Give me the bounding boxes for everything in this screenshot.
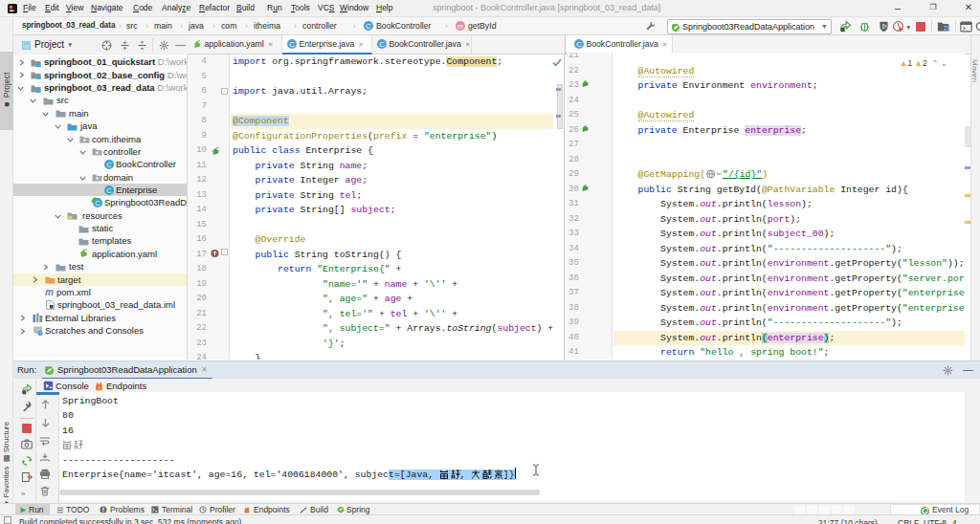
svg-text:C: C (576, 40, 582, 49)
svg-text:m: m (457, 23, 463, 30)
svg-text:C: C (366, 22, 371, 31)
svg-text:C: C (106, 186, 112, 195)
svg-text:C: C (379, 40, 385, 49)
svg-text:C: C (106, 161, 112, 169)
svg-text:C: C (289, 40, 295, 49)
